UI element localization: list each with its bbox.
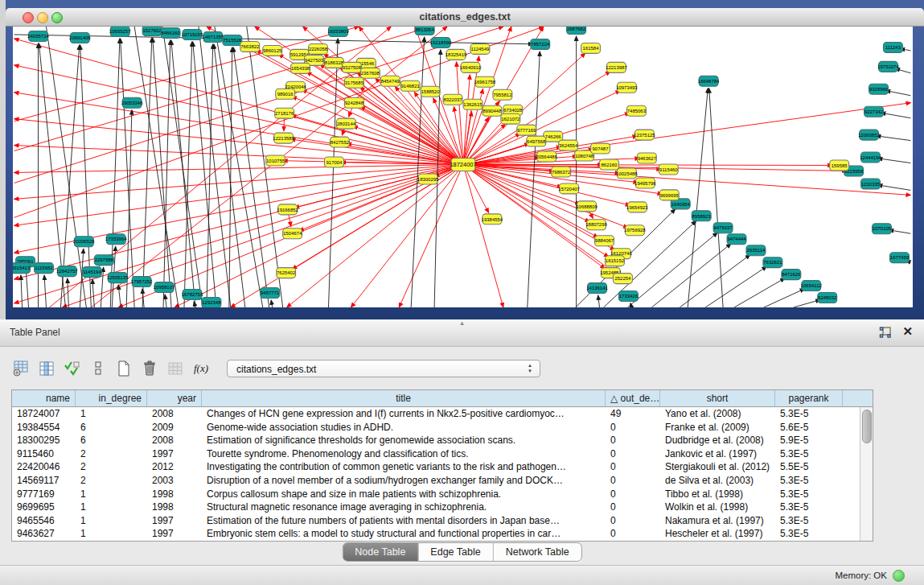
- graph-node[interactable]: 12213987: [606, 62, 627, 72]
- window-titlebar[interactable]: citations_edges.txt: [6, 8, 924, 27]
- graph-node[interactable]: 2226058: [309, 43, 328, 54]
- graph-node[interactable]: 917004: [324, 157, 343, 167]
- column-visibility-icon[interactable]: [37, 359, 56, 378]
- graph-node[interactable]: 1733426: [618, 291, 638, 302]
- tab-edge-table[interactable]: Edge Table: [418, 543, 493, 561]
- graph-node[interactable]: 7485063: [626, 105, 646, 116]
- graph-node[interactable]: 10719155: [182, 29, 203, 39]
- graph-node[interactable]: 9463627: [637, 153, 656, 163]
- graph-node[interactable]: 24055724: [27, 31, 49, 41]
- graph-node[interactable]: 989016: [276, 89, 295, 99]
- graph-node[interactable]: 9884067: [595, 236, 614, 246]
- graph-node[interactable]: 8427552: [330, 137, 349, 147]
- graph-node[interactable]: 7632621: [763, 257, 782, 268]
- graph-node[interactable]: 1124549: [470, 43, 490, 54]
- graph-node[interactable]: 9227342: [864, 106, 884, 117]
- graph-node[interactable]: 9457771: [261, 288, 280, 299]
- graph-node[interactable]: 2718176: [275, 108, 294, 118]
- graph-node[interactable]: 6497568: [527, 136, 546, 146]
- graph-node[interactable]: 10655257: [109, 27, 131, 36]
- graph-node[interactable]: 19384554: [482, 214, 503, 225]
- graph-node[interactable]: 19751074: [877, 61, 899, 72]
- new-column-icon[interactable]: [114, 359, 133, 378]
- graph-node[interactable]: 8454749: [380, 76, 400, 86]
- graph-node[interactable]: 1615152: [605, 256, 624, 266]
- function-builder-icon[interactable]: f(x): [191, 359, 211, 378]
- graph-node[interactable]: 12505135: [107, 273, 129, 283]
- graph-node[interactable]: 7857224: [531, 39, 550, 49]
- graph-node[interactable]: 18325419: [446, 49, 467, 60]
- graph-node[interactable]: 9245032: [818, 293, 837, 303]
- graph-node[interactable]: 9115460: [659, 164, 678, 175]
- graph-node[interactable]: 1210335: [861, 179, 881, 189]
- graph-node[interactable]: 862160: [600, 159, 619, 170]
- graph-node[interactable]: 17957252: [131, 277, 153, 287]
- graph-node[interactable]: 8322037: [443, 94, 462, 105]
- graph-node[interactable]: 19166852: [277, 204, 298, 215]
- graph-node[interactable]: 16640910: [460, 62, 482, 72]
- graph-node[interactable]: 17353964: [105, 234, 127, 245]
- splitter-grip-icon[interactable]: ▴: [460, 319, 464, 327]
- table-row[interactable]: 1872400712008Changes of HCN gene express…: [12, 407, 873, 421]
- graph-node[interactable]: 1527602: [142, 27, 162, 35]
- graph-node[interactable]: 29053346: [121, 97, 143, 108]
- graph-node[interactable]: 8186328: [324, 57, 343, 68]
- table-row[interactable]: 911546021997Tourette syndrome. Phenomeno…: [12, 447, 873, 461]
- graph-node[interactable]: 7663822: [240, 41, 260, 51]
- table-header-row[interactable]: namein_degreeyeartitle△ out_de…shortpage…: [12, 390, 873, 407]
- graph-node[interactable]: 8813054: [415, 27, 434, 35]
- graph-node[interactable]: 12093852: [858, 130, 880, 140]
- graph-node[interactable]: 746266: [544, 131, 563, 142]
- float-panel-icon[interactable]: [879, 326, 892, 339]
- graph-node[interactable]: 1677459: [889, 253, 909, 263]
- graph-node[interactable]: 1070105: [873, 224, 892, 234]
- table-row[interactable]: 977716911998Corpus callosum shape and si…: [12, 488, 873, 501]
- graph-node[interactable]: 12444194: [860, 152, 881, 163]
- graph-node[interactable]: 16033809: [327, 27, 349, 36]
- graph-node[interactable]: 8466160: [161, 27, 180, 38]
- table-mode-icon[interactable]: [11, 359, 31, 378]
- graph-node[interactable]: 7955812: [493, 89, 512, 100]
- graph-node[interactable]: 9242848: [344, 97, 363, 108]
- graph-node[interactable]: 10958107: [154, 282, 175, 293]
- graph-node[interactable]: 18807299: [585, 220, 607, 230]
- column-header-out_de[interactable]: △ out_de…: [606, 390, 660, 406]
- graph-node[interactable]: 20206526: [73, 237, 95, 247]
- scrollbar-thumb[interactable]: [862, 410, 872, 443]
- graph-node[interactable]: 12942757: [56, 266, 78, 277]
- table-vertical-scrollbar[interactable]: [860, 407, 873, 541]
- graph-node[interactable]: 1115682: [35, 263, 54, 274]
- table-row[interactable]: 2242004622012Investigating the contribut…: [12, 460, 873, 474]
- column-header-in_degree[interactable]: in_degree: [76, 390, 147, 406]
- graph-node[interactable]: 6479197: [713, 223, 733, 233]
- graph-node[interactable]: 111243: [884, 42, 903, 52]
- graph-node[interactable]: 7986372: [552, 167, 571, 177]
- graph-node[interactable]: 12375125: [634, 130, 655, 140]
- graph-node[interactable]: 159585: [830, 160, 849, 171]
- graph-node[interactable]: 18300295: [417, 174, 439, 184]
- import-table-icon[interactable]: [166, 359, 185, 378]
- graph-node[interactable]: 1010755: [266, 155, 285, 166]
- column-select-icon[interactable]: [63, 359, 82, 378]
- tab-node-table[interactable]: Node Table: [343, 543, 418, 561]
- graph-node[interactable]: 907487: [591, 143, 610, 154]
- graph-node[interactable]: 9699695: [659, 190, 679, 200]
- table-row[interactable]: 969969511998Structural magnetic resonanc…: [12, 501, 873, 514]
- graph-node[interactable]: 1621072: [501, 113, 520, 124]
- graph-node[interactable]: 3624554: [559, 140, 578, 150]
- graph-node[interactable]: 2367608: [360, 68, 380, 78]
- graph-node[interactable]: 1504674: [283, 229, 302, 239]
- graph-node[interactable]: 8990448: [483, 105, 502, 116]
- graph-node[interactable]: 2297588: [94, 255, 113, 266]
- graph-node[interactable]: 7625402: [277, 268, 296, 278]
- graph-node[interactable]: 8471626: [782, 270, 801, 280]
- graph-node[interactable]: 10973493: [616, 82, 638, 93]
- memory-status-indicator[interactable]: [893, 570, 905, 582]
- graph-node[interactable]: 16648784: [698, 76, 720, 86]
- graph-node[interactable]: 2935114: [746, 245, 766, 256]
- tab-network-table[interactable]: Network Table: [494, 543, 581, 561]
- column-header-short[interactable]: short: [660, 390, 775, 406]
- graph-node[interactable]: 9777169: [517, 125, 536, 135]
- graph-node[interactable]: 9860125: [263, 45, 282, 56]
- graph-node[interactable]: 14671355: [203, 31, 224, 42]
